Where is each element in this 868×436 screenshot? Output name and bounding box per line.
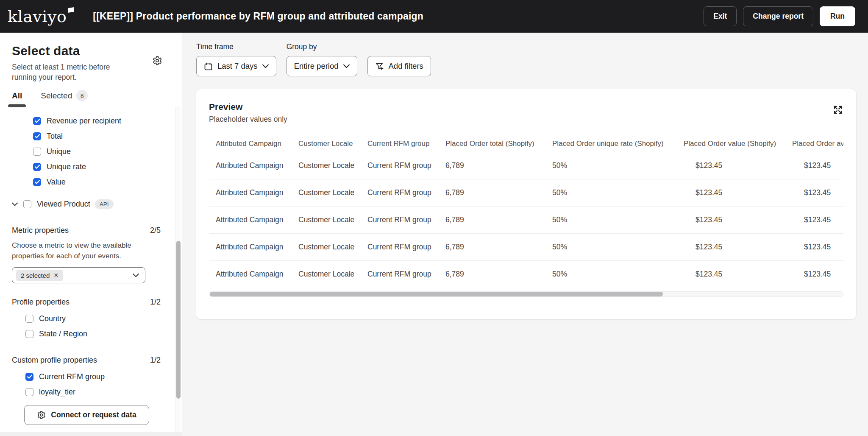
column-header: Attributed Campaign (216, 140, 298, 148)
preview-card: Preview Placeholder values only Attribut… (196, 89, 856, 319)
time-frame-group: Time frame Last 7 days (196, 42, 276, 76)
chevron-down-icon[interactable] (12, 201, 19, 207)
table-cell: $123.45 (684, 215, 792, 224)
checkbox[interactable] (23, 200, 31, 208)
preview-subtitle: Placeholder values only (209, 115, 287, 124)
checkbox[interactable] (25, 330, 33, 338)
sidebar-heading: Select data (12, 44, 170, 58)
table-cell: Customer Locale (298, 215, 367, 224)
chevron-down-icon (343, 64, 350, 68)
table-row: Attributed Campaign Customer Locale Curr… (209, 233, 843, 260)
sidebar-scrollbar-track[interactable] (175, 107, 181, 432)
select-data-sidebar: Select data Select at least 1 metric bef… (0, 33, 182, 436)
checkbox[interactable] (33, 148, 41, 156)
metric-item-unique: Unique (12, 144, 161, 159)
metric-properties-description: Choose a metric to view the available pr… (12, 240, 144, 261)
table-cell: Current RFM group (367, 161, 445, 170)
section-title: Custom profile properties (12, 356, 97, 365)
custom-item-label: Current RFM group (39, 372, 105, 381)
run-button[interactable]: Run (820, 6, 855, 26)
group-by-dropdown[interactable]: Entire period (287, 56, 357, 76)
preview-table: Attributed Campaign Customer Locale Curr… (209, 136, 843, 288)
table-cell: 6,789 (445, 215, 552, 224)
custom-item-label: loyalty_tier (39, 388, 75, 397)
metric-item-label: Unique (47, 147, 71, 156)
metric-viewed-product: Viewed Product API (12, 196, 161, 212)
close-icon[interactable]: ✕ (53, 272, 58, 278)
table-cell: Customer Locale (298, 270, 367, 279)
table-cell: 50% (552, 161, 684, 170)
selected-chip: 2 selected ✕ (16, 270, 63, 281)
time-frame-dropdown[interactable]: Last 7 days (196, 56, 276, 76)
column-header: Placed Order av (792, 140, 843, 148)
metric-item-label: Unique rate (47, 162, 86, 171)
preview-header: Preview Placeholder values only (209, 102, 843, 124)
chevron-down-icon (133, 273, 139, 277)
table-cell: Customer Locale (298, 243, 367, 252)
table-cell: Attributed Campaign (216, 270, 298, 279)
table-cell: Current RFM group (367, 243, 445, 252)
tab-selected[interactable]: Selected 8 (41, 90, 88, 101)
table-cell: 50% (552, 188, 684, 197)
column-header: Placed Order unique rate (Shopify) (552, 140, 684, 148)
section-count: 1/2 (150, 298, 161, 307)
group-by-group: Group by Entire period (287, 42, 357, 76)
table-horizontal-scrollbar-track[interactable] (209, 291, 843, 297)
sidebar-subheading: Select at least 1 metric before running … (12, 62, 135, 82)
table-cell: Attributed Campaign (216, 215, 298, 224)
table-cell: 50% (552, 215, 684, 224)
selected-chip-label: 2 selected (21, 272, 50, 279)
checkbox[interactable] (33, 132, 41, 140)
column-header: Placed Order value (Shopify) (684, 140, 792, 148)
connect-or-request-data-button[interactable]: Connect or request data (24, 405, 149, 425)
time-frame-label: Time frame (196, 42, 276, 51)
exit-button[interactable]: Exit (704, 6, 737, 26)
metric-properties-select[interactable]: 2 selected ✕ (12, 267, 145, 283)
preview-title: Preview (209, 102, 287, 112)
add-filters-button[interactable]: Add filters (367, 56, 431, 76)
tab-all-label: All (12, 91, 22, 101)
table-row: Attributed Campaign Customer Locale Curr… (209, 206, 843, 233)
metric-item-revenue-per-recipient: Revenue per recipient (12, 113, 161, 129)
metric-properties-header: Metric properties 2/5 (12, 226, 161, 235)
gear-icon[interactable] (152, 56, 162, 66)
report-title: [[KEEP]] Product performance by RFM grou… (93, 11, 423, 22)
section-title: Profile properties (12, 298, 70, 307)
sidebar-scrollbar-thumb[interactable] (176, 241, 181, 399)
table-row: Attributed Campaign Customer Locale Curr… (209, 179, 843, 206)
checkbox[interactable] (25, 315, 33, 323)
gear-icon (37, 411, 46, 419)
tab-all[interactable]: All (12, 91, 22, 101)
group-by-label: Group by (287, 42, 357, 51)
metric-item-label: Viewed Product (37, 200, 90, 209)
custom-item-loyalty-tier: loyalty_tier (12, 384, 161, 400)
chevron-down-icon (262, 64, 269, 68)
metric-item-total: Total (12, 129, 161, 144)
table-cell: Current RFM group (367, 270, 445, 279)
change-report-button[interactable]: Change report (743, 6, 813, 26)
table-cell: $123.45 (792, 161, 843, 170)
table-cell: Attributed Campaign (216, 161, 298, 170)
logo-wordmark: klaviyo (8, 7, 67, 26)
expand-icon[interactable] (832, 104, 843, 115)
table-horizontal-scrollbar-thumb[interactable] (210, 292, 663, 296)
report-controls: Time frame Last 7 days Group by Entire p… (196, 42, 856, 76)
selected-count-badge: 8 (76, 90, 88, 101)
checkbox[interactable] (25, 373, 33, 381)
checkbox[interactable] (33, 163, 41, 171)
checkbox[interactable] (33, 117, 41, 125)
filter-plus-icon (375, 62, 384, 71)
table-cell: 6,789 (445, 270, 552, 279)
add-filters-label: Add filters (389, 61, 423, 71)
klaviyo-flag-icon (68, 7, 74, 12)
profile-item-state-region: State / Region (12, 326, 161, 341)
table-cell: Attributed Campaign (216, 188, 298, 197)
metric-item-label: Total (47, 132, 63, 141)
section-count: 1/2 (150, 356, 161, 365)
table-row: Attributed Campaign Customer Locale Curr… (209, 260, 843, 288)
top-bar: klaviyo [[KEEP]] Product performance by … (0, 0, 868, 33)
table-cell: $123.45 (684, 188, 792, 197)
checkbox[interactable] (33, 178, 41, 186)
table-cell: 6,789 (445, 243, 552, 252)
checkbox[interactable] (25, 388, 33, 396)
